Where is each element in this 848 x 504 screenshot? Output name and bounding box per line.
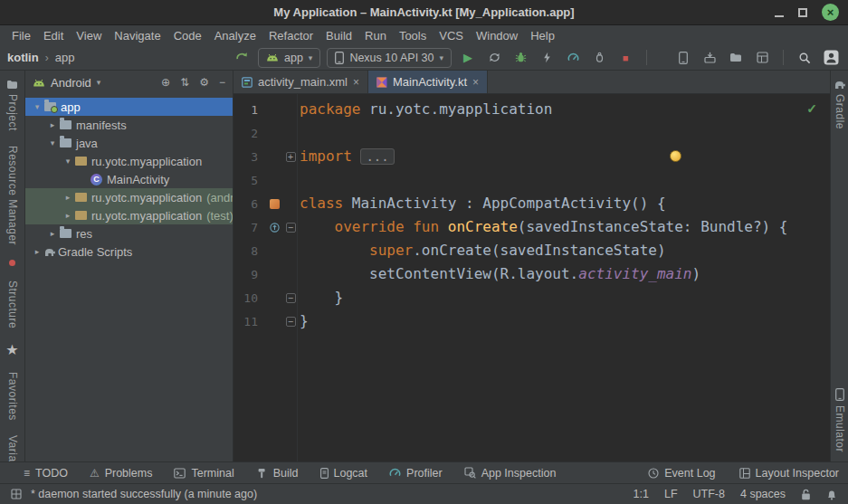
stop-button[interactable]: ■ [615, 48, 635, 68]
fold-marker-icon[interactable]: − [286, 293, 296, 303]
code-line-9[interactable]: 9 setContentView(R.layout.activity_main) [233, 262, 830, 286]
chevron-down-icon[interactable]: ▾ [31, 102, 43, 111]
hide-panel-icon[interactable]: − [219, 76, 225, 89]
toolwindow-profiler[interactable]: Profiler [389, 467, 443, 480]
tab-activity-main-xml[interactable]: activity_main.xml× [233, 71, 368, 93]
attach-debugger-button[interactable] [589, 48, 609, 68]
profiler-button[interactable] [563, 48, 583, 68]
expand-collapse-icon[interactable]: ⇅ [180, 76, 189, 89]
fold-marker-icon[interactable]: − [286, 317, 296, 327]
toolwindow-button-emulator[interactable]: Emulator [834, 388, 846, 452]
code-line-5[interactable]: 5 [233, 168, 830, 192]
menu-tools[interactable]: Tools [393, 29, 433, 43]
code-line-7[interactable]: 7− override fun onCreate(savedInstanceSt… [233, 215, 830, 239]
code-line-10[interactable]: 10− } [233, 286, 830, 309]
device-manager-button[interactable] [673, 48, 693, 68]
code-area[interactable]: 1package ru.yotc.myapplication23+import … [233, 94, 830, 461]
run-config-select[interactable]: app ▾ [258, 48, 320, 68]
menu-file[interactable]: File [5, 29, 37, 43]
menu-run[interactable]: Run [358, 29, 393, 43]
apply-changes-button[interactable] [484, 48, 504, 68]
chevron-down-icon[interactable]: ▾ [62, 157, 74, 166]
apply-code-changes-button[interactable] [537, 48, 557, 68]
encoding-indicator[interactable]: UTF-8 [693, 488, 725, 500]
line-ending-indicator[interactable]: LF [664, 488, 678, 500]
code-line-6[interactable]: 6class MainActivity : AppCompatActivity(… [233, 192, 830, 215]
chevron-right-icon[interactable]: ▸ [31, 247, 43, 256]
toolwindow-problems[interactable]: ⚠Problems [90, 467, 153, 480]
stripe-dot-icon[interactable] [9, 260, 15, 266]
toolwindow-switcher-icon[interactable] [11, 489, 22, 499]
menu-vcs[interactable]: VCS [433, 29, 470, 43]
code-line-1[interactable]: 1package ru.yotc.myapplication [233, 98, 830, 121]
tab-mainactivity-kt[interactable]: MainActivity.kt× [368, 71, 488, 93]
device-select[interactable]: Nexus 10 API 30 ▾ [327, 48, 452, 68]
toolwindow-layout-inspector[interactable]: Layout Inspector [739, 467, 839, 480]
toolwindow-build[interactable]: Build [256, 467, 299, 480]
tree-item-app[interactable]: ▾app [25, 98, 233, 116]
profile-avatar[interactable] [821, 48, 841, 68]
menu-build[interactable]: Build [319, 29, 358, 43]
chevron-down-icon[interactable]: ▾ [46, 138, 59, 147]
fold-marker-icon[interactable]: − [286, 223, 296, 233]
menu-navigate[interactable]: Navigate [108, 29, 167, 43]
tree-item-ru-yotc-myapplication[interactable]: ▸ru.yotc.myapplication(androidTest) [25, 188, 233, 206]
code-line-2[interactable]: 2 [233, 121, 830, 145]
lock-icon[interactable] [801, 489, 811, 500]
tree-item-gradle-scripts[interactable]: ▸Gradle Scripts [25, 242, 233, 261]
code-line-3[interactable]: 3+import ... [233, 145, 830, 168]
chevron-right-icon[interactable]: ▸ [46, 229, 59, 238]
debug-button[interactable] [510, 48, 530, 68]
fold-marker-icon[interactable]: + [286, 152, 296, 162]
toolwindow-event-log[interactable]: Event Log [648, 467, 715, 480]
toolwindow-button-project[interactable]: Project [6, 80, 19, 131]
menu-edit[interactable]: Edit [37, 29, 70, 43]
notifications-icon[interactable] [826, 489, 837, 500]
menu-window[interactable]: Window [470, 29, 524, 43]
toolwindow-logcat[interactable]: Logcat [320, 467, 368, 480]
code-line-8[interactable]: 8 super.onCreate(savedInstanceState) [233, 239, 830, 262]
chevron-right-icon[interactable]: ▸ [46, 120, 59, 129]
device-file-explorer-button[interactable] [726, 48, 746, 68]
menu-code[interactable]: Code [167, 29, 208, 43]
project-view-selector[interactable]: Android [51, 76, 91, 90]
tab-close-icon[interactable]: × [472, 77, 479, 88]
inspections-ok-icon[interactable]: ✓ [806, 101, 817, 116]
run-class-gutter-icon[interactable] [270, 199, 280, 209]
menu-view[interactable]: View [70, 29, 108, 43]
run-button[interactable]: ▶ [458, 48, 478, 68]
breadcrumb-module[interactable]: kotlin [7, 51, 39, 64]
tab-close-icon[interactable]: × [353, 77, 359, 88]
sdk-manager-button[interactable] [700, 48, 719, 68]
chevron-right-icon[interactable]: ▸ [62, 211, 74, 220]
code-line-11[interactable]: 11−} [233, 309, 830, 333]
layout-inspector-button[interactable] [752, 48, 772, 68]
tree-item-ru-yotc-myapplication[interactable]: ▸ru.yotc.myapplication(test) [25, 206, 233, 224]
maximize-button[interactable] [798, 5, 807, 21]
minimize-button[interactable] [775, 5, 784, 21]
search-everywhere-button[interactable] [795, 48, 815, 68]
toolwindow-terminal[interactable]: Terminal [174, 467, 233, 480]
gradle-sync-icon[interactable] [232, 48, 252, 68]
tree-item-mainactivity[interactable]: MainActivity [25, 170, 233, 188]
override-gutter-icon[interactable] [270, 223, 280, 233]
stripe-star-icon[interactable]: ★ [5, 343, 18, 357]
menu-help[interactable]: Help [524, 29, 561, 43]
indent-indicator[interactable]: 4 spaces [740, 488, 786, 500]
toolwindow-button-gradle[interactable]: Gradle [834, 80, 846, 129]
toolwindow-app-inspection[interactable]: App Inspection [464, 467, 557, 480]
caret-position[interactable]: 1:1 [634, 488, 649, 500]
tree-item-manifests[interactable]: ▸manifests [25, 116, 233, 134]
menu-refactor[interactable]: Refactor [262, 29, 319, 43]
toolwindow-button-resource-manager[interactable]: Resource Manager [6, 146, 19, 245]
tree-item-res[interactable]: ▸res [25, 224, 233, 242]
toolwindow-button-structure[interactable]: Structure [6, 281, 19, 328]
gear-icon[interactable]: ⚙ [199, 76, 209, 89]
locate-file-icon[interactable]: ⊕ [161, 76, 170, 89]
breadcrumb-app[interactable]: app [55, 51, 75, 64]
toolwindow-button-favorites[interactable]: Favorites [6, 372, 19, 421]
tree-item-java[interactable]: ▾java [25, 134, 233, 152]
menu-analyze[interactable]: Analyze [208, 29, 262, 43]
chevron-right-icon[interactable]: ▸ [62, 193, 74, 202]
tree-item-ru-yotc-myapplication[interactable]: ▾ru.yotc.myapplication [25, 152, 233, 170]
